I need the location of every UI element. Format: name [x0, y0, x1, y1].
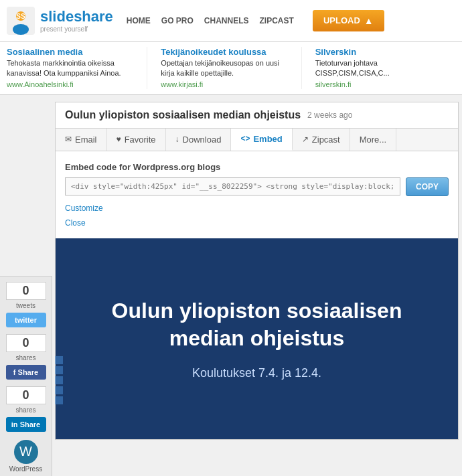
top-navigation: SS slideshare present yourself HOME GO P…	[0, 0, 462, 42]
tab-favorite[interactable]: ♥ Favorite	[107, 129, 166, 151]
nav-channels[interactable]: CHANNELS	[204, 16, 249, 25]
li-count-box: 0 shares	[6, 386, 46, 414]
logo-tagline: present yourself	[40, 25, 113, 33]
content-panel: Oulun yliopiston sosiaalisen median ohje…	[55, 102, 459, 440]
tab-embed-label: Embed	[253, 134, 282, 144]
fb-count: 0	[6, 334, 46, 352]
ad-body-1: Tehokasta markkinointia oikeissa kanavis…	[7, 58, 136, 79]
upload-label: UPLOAD	[323, 15, 360, 25]
li-count: 0	[6, 386, 46, 404]
tab-zipcast[interactable]: ↗ Zipcast	[293, 129, 350, 151]
tab-download[interactable]: ↓ Download	[166, 129, 232, 151]
ad-url-2: www.kirjasi.fi	[161, 80, 203, 88]
ad-url-1: www.Ainoahelsinki.fi	[7, 80, 74, 88]
wordpress-button[interactable]: W	[14, 440, 38, 464]
tab-download-label: Download	[183, 135, 222, 145]
slide-subtitle: Koulutukset 7.4. ja 12.4.	[192, 366, 321, 380]
tweets-label: tweets	[16, 302, 35, 309]
nav-home[interactable]: HOME	[127, 16, 151, 25]
embed-code-input[interactable]	[65, 177, 400, 195]
svg-point-2	[13, 24, 29, 35]
embed-panel: Embed code for Wordpress.org blogs COPY …	[56, 151, 458, 238]
wordpress-label: WordPress	[9, 465, 42, 473]
slide-main-title: Oulun yliopiston sosiaalisen median ohje…	[76, 297, 438, 353]
tweet-count: 0	[6, 282, 46, 300]
ad-item-1: Sosiaalinen media Tehokasta markkinointi…	[7, 47, 147, 89]
copy-button[interactable]: COPY	[406, 177, 449, 196]
main-wrap: 0 tweets twitter 0 shares f Share 0 shar…	[0, 95, 462, 476]
tab-email[interactable]: ✉ Email	[56, 129, 107, 151]
ad-title-1[interactable]: Sosiaalinen media	[7, 47, 82, 57]
nav-links: HOME GO PRO CHANNELS ZIPCAST UPLOAD ▲	[127, 10, 384, 31]
ad-bar: Sosiaalinen media Tehokasta markkinointi…	[0, 42, 462, 95]
ad-title-2[interactable]: Tekijänoikeudet koulussa	[161, 47, 266, 57]
upload-button[interactable]: UPLOAD ▲	[313, 10, 384, 31]
download-icon: ↓	[175, 135, 179, 144]
fb-shares-label: shares	[15, 354, 35, 362]
time-ago: 2 weeks ago	[307, 110, 352, 120]
li-shares-label: shares	[15, 406, 35, 414]
ad-title-3[interactable]: Silverskin	[315, 47, 356, 57]
slide-preview: Oulun yliopiston sosiaalisen median ohje…	[56, 238, 458, 439]
embed-icon: <>	[240, 134, 250, 143]
twitter-button[interactable]: twitter	[6, 313, 46, 327]
embed-row: COPY	[65, 177, 449, 196]
tab-more-label: More...	[360, 135, 386, 145]
ad-item-3: Silverskin Tietoturvan johtava CISSP,CIS…	[315, 47, 455, 89]
logo-area: SS slideshare present yourself	[7, 7, 113, 35]
logo-text: slideshare present yourself	[40, 8, 113, 33]
heart-icon: ♥	[117, 135, 121, 144]
close-link[interactable]: Close	[65, 218, 449, 228]
presentation-title: Oulun yliopiston sosiaalisen median ohje…	[65, 109, 301, 121]
ad-url-3: silverskin.fi	[315, 80, 352, 88]
fb-count-box: 0 shares	[6, 334, 46, 362]
slide-pattern	[55, 356, 63, 404]
tab-email-label: Email	[75, 135, 97, 145]
wordpress-area: W WordPress	[9, 440, 42, 473]
svg-text:SS: SS	[16, 13, 25, 20]
social-sidebar: 0 tweets twitter 0 shares f Share 0 shar…	[0, 276, 52, 476]
nav-gopro[interactable]: GO PRO	[161, 16, 194, 25]
linkedin-button[interactable]: in Share	[6, 417, 46, 432]
logo-name: slideshare	[40, 8, 113, 25]
tweet-count-box: 0 tweets	[6, 282, 46, 310]
customize-link[interactable]: Customize	[65, 204, 103, 213]
title-bar: Oulun yliopiston sosiaalisen median ohje…	[56, 102, 458, 128]
email-icon: ✉	[65, 135, 72, 144]
embed-panel-label: Embed code for Wordpress.org blogs	[65, 162, 449, 172]
tab-favorite-label: Favorite	[125, 135, 156, 145]
slideshare-logo-icon: SS	[7, 7, 35, 35]
ad-item-2: Tekijänoikeudet koulussa Opettajan tekij…	[161, 47, 301, 89]
nav-zipcast[interactable]: ZIPCAST	[260, 16, 294, 25]
facebook-button[interactable]: f Share	[6, 365, 46, 380]
ad-body-2: Opettajan tekijänoikeusopas on uusi kirj…	[161, 58, 290, 79]
upload-arrow-icon: ▲	[364, 15, 374, 26]
tab-bar: ✉ Email ♥ Favorite ↓ Download <> Embed ↗	[56, 128, 458, 151]
tab-embed[interactable]: <> Embed	[231, 129, 292, 151]
tab-more[interactable]: More...	[350, 129, 396, 151]
zipcast-icon: ↗	[302, 135, 309, 144]
ad-body-3: Tietoturvan johtava CISSP,CISM,CISA,C...	[315, 58, 445, 79]
tab-zipcast-label: Zipcast	[312, 135, 340, 145]
